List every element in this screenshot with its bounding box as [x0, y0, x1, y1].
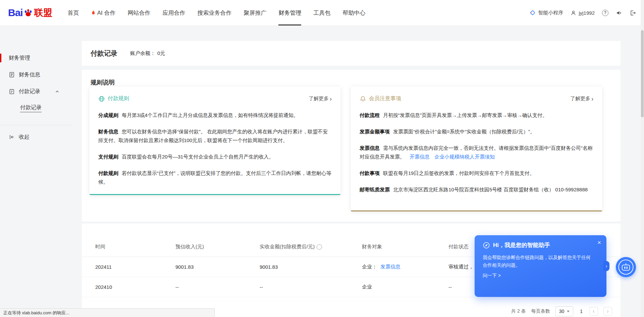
- mini-program-entry[interactable]: 智能小程序: [530, 10, 563, 16]
- payment-rules-card: 付款规则 了解更多 › 分成规则每月第3或4个工作日产出上月分成信息及发票信息，…: [90, 86, 340, 195]
- cell-time: 202411: [95, 264, 175, 270]
- help-icon: ?: [602, 10, 608, 16]
- globe-icon: [98, 96, 105, 102]
- rule-item: 分成规则每月第3或4个工作日产出上月分成信息及发票信息，如有特殊情况将提前通知。: [98, 111, 332, 120]
- paw-icon: [23, 8, 33, 17]
- payment-rules-title: 付款规则: [108, 95, 129, 102]
- nav-item-help-center[interactable]: 帮助中心: [342, 0, 365, 25]
- member-notes-title: 会员注意事项: [369, 95, 401, 102]
- balance-value: 0元: [157, 50, 165, 57]
- chevron-down-icon: [567, 311, 570, 312]
- sidebar-item-finance-info[interactable]: 财务信息: [0, 66, 72, 83]
- cell-estimated: 9001.83: [175, 264, 260, 270]
- mini-program-icon: [530, 10, 536, 16]
- rule-item: 发票信息需与系统内发票信息内容完全一致，否则无法支付。请根据发票信息页面中“百度…: [360, 144, 593, 161]
- nav-item-ai[interactable]: AI 合作: [91, 0, 116, 25]
- collapse-icon: [9, 134, 15, 140]
- question-mark-icon[interactable]: [317, 244, 322, 250]
- close-icon[interactable]: ×: [597, 239, 601, 246]
- rule-item: 支付规则百度联盟会在每月20号—31号支付企业会员上个自然月产生的收入。: [98, 152, 332, 161]
- cell-finance-target: 企业: [362, 284, 448, 290]
- cell-finance-target: 企业： 发票信息: [362, 264, 448, 270]
- baidu-union-logo[interactable]: Bai 联盟: [8, 7, 52, 19]
- rules-section: 规则说明 付款规则 了解更多 › 分成规则每月第3或4个工作日产出上月分成信息及…: [82, 70, 621, 221]
- nav-item-search-business[interactable]: 搜索业务合作: [197, 0, 231, 25]
- logo-text-union: 联盟: [34, 7, 52, 19]
- member-notes-header: 会员注意事项 了解更多 ›: [351, 86, 602, 102]
- sidebar-subitem-payment-records[interactable]: 付款记录: [0, 100, 72, 117]
- rule-item: 邮寄纸质发票北京市海淀区西北旺东路10号院百度科技园5号楼 百度联盟财务组（收）…: [360, 185, 593, 194]
- member-notes-card: 会员注意事项 了解更多 › 付款流程月初按“发票信息”页面开具发票→上传发票→邮…: [351, 86, 602, 211]
- sidebar-collapse-button[interactable]: 收起: [0, 129, 72, 145]
- assistant-title: Hi，我是您的智能助手: [493, 241, 550, 249]
- rule-item: 付款事项联盟在每月19日之后签收的发票，付款时间安排在下个月首批支付。: [360, 169, 593, 178]
- rule-item: 发票金额事项发票票面“价税合计”金额=系统中“实收金额（扣除税费后/元）”。: [360, 127, 593, 136]
- pagination-total: 共 2 条: [511, 308, 526, 314]
- payment-rules-header: 付款规则 了解更多 ›: [90, 86, 340, 102]
- sound-button[interactable]: [616, 10, 622, 16]
- payment-records-icon: [9, 88, 15, 94]
- nav-item-home[interactable]: 首页: [68, 0, 79, 25]
- help-button[interactable]: ?: [602, 10, 608, 16]
- member-notes-body: 付款流程月初按“发票信息”页面开具发票→上传发票→邮寄发票→审核→确认支付。 发…: [351, 102, 602, 194]
- logout-icon: [630, 10, 636, 16]
- rule-item: 付款规则若付款状态显示“已支付”，说明联盟已安排了您的付款。支付后三个工作日内到…: [98, 169, 332, 186]
- sidebar-divider: [0, 125, 72, 125]
- prev-page-button[interactable]: ‹: [589, 307, 598, 316]
- user-icon: [571, 10, 576, 16]
- assistant-popup: Hi，我是您的智能助手 × 我会帮助您诊断合作链路问题，以及解答您关于任何合作相…: [475, 235, 606, 297]
- status-text: 正在等待 xlab.baidu.com 的响应...: [3, 310, 69, 316]
- rule-item: 财务信息您可以在财务信息中选择“保留付款”。 在此期间您产生的收入将在账户内进行…: [98, 127, 332, 145]
- assistant-fab-button[interactable]: [616, 257, 636, 277]
- chevron-up-icon: [55, 89, 59, 94]
- logo-text-bai: Bai: [8, 7, 23, 18]
- invoice-info-table-link[interactable]: 发票信息: [380, 264, 400, 270]
- cell-estimated: --: [175, 284, 260, 290]
- next-page-button[interactable]: ›: [603, 307, 612, 316]
- robot-icon: [616, 258, 635, 276]
- nav-item-finance[interactable]: 财务管理: [278, 0, 301, 25]
- scrollbar-thumb[interactable]: [641, 30, 644, 117]
- col-header-estimated-income: 预估收入(元): [175, 244, 260, 250]
- page-number[interactable]: 1: [579, 309, 584, 314]
- assistant-expand-tab[interactable]: ›: [603, 261, 609, 271]
- flame-icon: [91, 10, 96, 15]
- assistant-message: 我会帮助您诊断合作链路问题，以及解答您关于任何合作相关的问题。: [483, 254, 593, 269]
- logout-button[interactable]: [630, 10, 636, 16]
- pagination: 共 2 条 每页条数 30 1 ‹ ›: [511, 306, 612, 317]
- rule-item: 付款流程月初按“发票信息”页面开具发票→上传发票→邮寄发票→审核→确认支付。: [360, 111, 593, 120]
- nav-item-website[interactable]: 网站合作: [127, 0, 150, 25]
- invoice-info-link[interactable]: 开票信息: [410, 154, 430, 160]
- ask-button[interactable]: 问一下 >: [483, 273, 598, 279]
- small-taxpayer-notice-link[interactable]: 企业小规模纳税人开票须知: [434, 154, 495, 160]
- cell-actual: 9001.83: [260, 264, 362, 270]
- page-header-card: 付款记录 账户余额： 0元: [82, 41, 621, 66]
- bell-icon: [360, 96, 366, 102]
- col-header-finance-target: 财务对象: [362, 244, 448, 250]
- top-nav: Bai 联盟 首页 AI 合作 网站合作 应用合作 搜索业务合作 聚屏推广 财务…: [0, 0, 644, 25]
- payment-rules-body: 分成规则每月第3或4个工作日产出上月分成信息及发票信息，如有特殊情况将提前通知。…: [90, 102, 340, 186]
- cell-actual: --: [260, 284, 362, 290]
- chevron-right-icon: ›: [606, 263, 607, 269]
- compass-icon: [483, 242, 490, 249]
- per-page-label: 每页条数: [531, 308, 550, 314]
- main-nav: 首页 AI 合作 网站合作 应用合作 搜索业务合作 聚屏推广 财务管理 工具包 …: [68, 0, 366, 25]
- sidebar-item-finance-management[interactable]: 财务管理: [0, 50, 72, 66]
- sidebar-item-payment-records[interactable]: 付款记录: [0, 83, 72, 100]
- per-page-select[interactable]: 30: [555, 306, 574, 316]
- assistant-popup-header: Hi，我是您的智能助手: [483, 241, 598, 249]
- chevron-right-icon: ›: [591, 96, 593, 102]
- nav-right: 智能小程序 jyj1992 ?: [530, 10, 636, 16]
- nav-item-app[interactable]: 应用合作: [162, 0, 185, 25]
- browser-status-bar: 正在等待 xlab.baidu.com 的响应...: [0, 308, 215, 317]
- user-account[interactable]: jyj1992: [571, 10, 595, 16]
- speaker-icon: [616, 10, 622, 16]
- member-notes-more-link[interactable]: 了解更多 ›: [570, 96, 593, 102]
- nav-item-toolkit[interactable]: 工具包: [313, 0, 330, 25]
- nav-item-juping[interactable]: 聚屏推广: [244, 0, 266, 25]
- scrollbar-track[interactable]: [641, 0, 644, 317]
- payment-rules-more-link[interactable]: 了解更多 ›: [309, 96, 332, 102]
- chevron-right-icon: ›: [330, 96, 332, 102]
- col-header-time: 时间: [95, 244, 175, 250]
- screen: Bai 联盟 首页 AI 合作 网站合作 应用合作 搜索业务合作 聚屏推广 财务…: [0, 0, 644, 317]
